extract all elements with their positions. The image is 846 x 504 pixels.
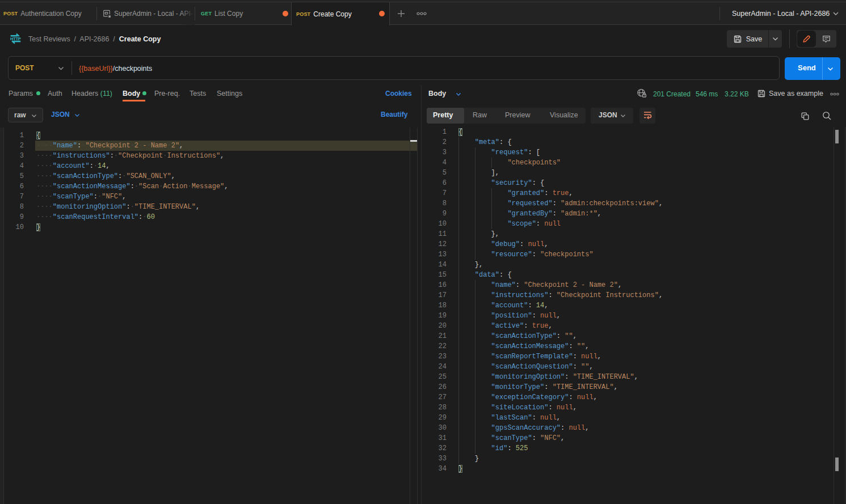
svg-text:HTTP: HTTP [10, 36, 21, 41]
